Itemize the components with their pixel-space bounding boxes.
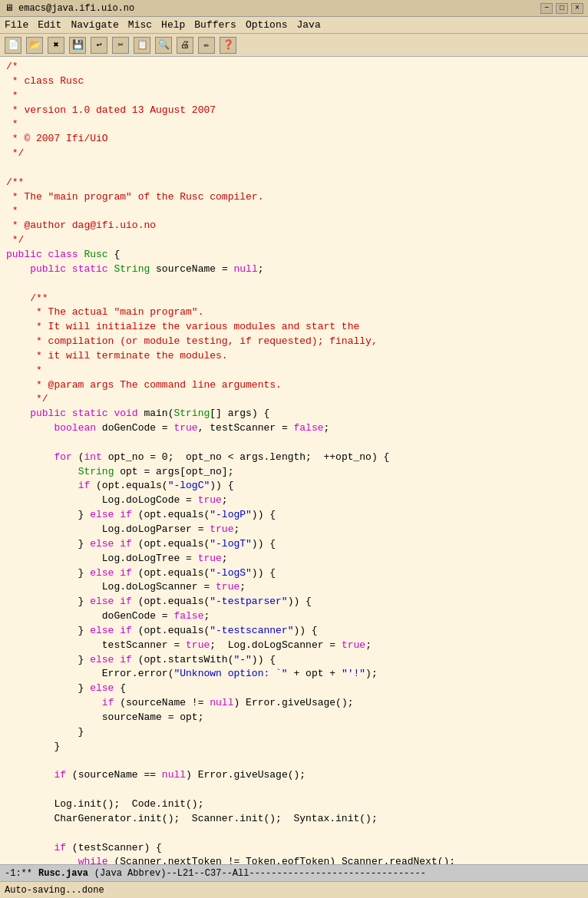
maximize-button[interactable]: □ [556, 3, 568, 14]
mini-message: Auto-saving...done [5, 885, 104, 896]
buffer-mode: -1:** [5, 868, 32, 879]
title-bar: 🖥 emacs@java.ifi.uio.no − □ × [0, 0, 588, 17]
title-text: emacs@java.ifi.uio.no [18, 3, 134, 14]
status-bar: -1:** Rusc.java (Java Abbrev)--L21--C37-… [0, 864, 588, 881]
toolbar-help[interactable]: ❓ [220, 37, 236, 54]
toolbar-close[interactable]: ✖ [48, 37, 64, 54]
menu-java[interactable]: Java [297, 19, 321, 31]
buffer-position: (Java Abbrev)--L21--C37--All------------… [94, 868, 426, 879]
menu-options[interactable]: Options [246, 19, 288, 31]
toolbar-print[interactable]: 🖨 [177, 37, 193, 54]
mini-bar: Auto-saving...done [0, 881, 588, 898]
menu-edit[interactable]: Edit [38, 19, 61, 31]
toolbar-undo[interactable]: ↩ [91, 37, 107, 54]
buffer-filename: Rusc.java [38, 868, 88, 879]
toolbar-edit[interactable]: ✏ [198, 37, 215, 54]
minimize-button[interactable]: − [540, 3, 553, 14]
toolbar-new[interactable]: 📄 [5, 37, 21, 54]
menu-help[interactable]: Help [161, 19, 185, 31]
toolbar-search[interactable]: 🔍 [155, 37, 172, 54]
menu-file[interactable]: File [5, 19, 28, 31]
toolbar-copy[interactable]: 📋 [134, 37, 150, 54]
app-icon: 🖥 [5, 2, 14, 14]
menu-buffers[interactable]: Buffers [194, 19, 236, 31]
menu-navigate[interactable]: Navigate [71, 19, 118, 31]
menu-misc[interactable]: Misc [128, 19, 152, 31]
toolbar-save[interactable]: 💾 [69, 37, 86, 54]
close-button[interactable]: × [571, 3, 583, 14]
toolbar: 📄 📂 ✖ 💾 ↩ ✂ 📋 🔍 🖨 ✏ ❓ [0, 34, 588, 57]
menu-bar: File Edit Navigate Misc Help Buffers Opt… [0, 17, 588, 34]
code-area[interactable]: /* * class Rusc * * version 1.0 dated 13… [0, 57, 588, 864]
toolbar-cut[interactable]: ✂ [112, 37, 129, 54]
toolbar-open[interactable]: 📂 [26, 37, 43, 54]
